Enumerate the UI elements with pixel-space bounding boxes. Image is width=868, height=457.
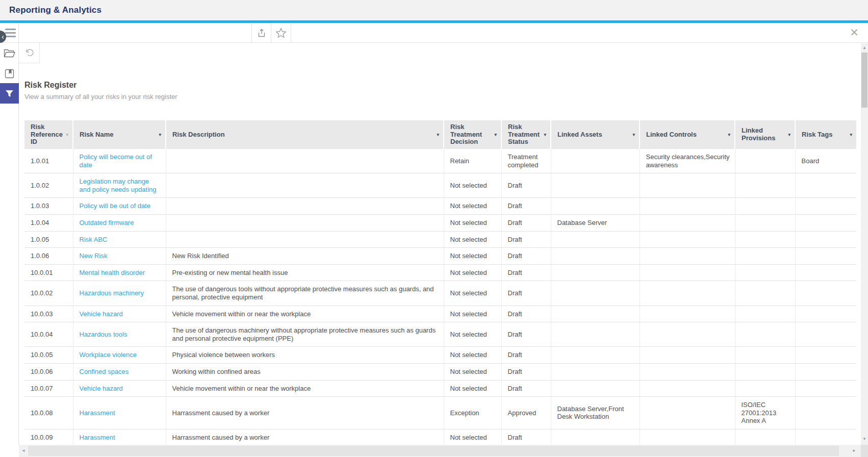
cell-provisions	[735, 198, 795, 215]
sidebar-item-filters-active[interactable]	[0, 83, 19, 104]
sort-caret-icon[interactable]: ▾	[788, 132, 790, 137]
risk-name-link[interactable]: Confined spaces	[80, 368, 129, 375]
cell-status: Draft	[501, 264, 551, 281]
risk-name-link[interactable]: Legislation may change and policy needs …	[80, 177, 157, 193]
cell-tags	[795, 281, 856, 306]
sort-caret-icon[interactable]: ▾	[66, 132, 68, 137]
table-row: 10.0.02Hazardous machineryThe use of dan…	[24, 281, 856, 306]
export-icon	[257, 28, 267, 38]
cell-tags	[795, 363, 856, 380]
cell-tags	[795, 173, 856, 198]
table-row: 10.0.01Mental health disorderPre-existin…	[24, 264, 856, 281]
favorite-button[interactable]	[271, 23, 291, 42]
cell-decision: Not selected	[444, 380, 501, 397]
column-label: Linked Assets	[557, 131, 630, 139]
cell-tags	[795, 347, 856, 364]
cell-controls	[640, 380, 735, 397]
column-header-controls[interactable]: Linked Controls▾	[640, 120, 735, 149]
close-icon: ✕	[850, 27, 859, 38]
cell-status: Draft	[501, 198, 551, 215]
sort-caret-icon[interactable]: ▾	[159, 132, 161, 137]
sort-caret-icon[interactable]: ▾	[437, 132, 439, 137]
chevron-left-icon: ‹	[2, 32, 4, 41]
column-header-ref[interactable]: Risk Reference ID▾	[24, 120, 73, 149]
scroll-right-arrow-icon[interactable]: ►	[851, 447, 858, 454]
cell-provisions	[735, 363, 795, 380]
sort-caret-icon[interactable]: ▾	[728, 132, 730, 137]
risk-name-link[interactable]: Mental health disorder	[80, 269, 145, 276]
scroll-down-arrow-icon[interactable]: ▼	[861, 436, 868, 443]
sort-caret-icon[interactable]: ▾	[632, 132, 635, 137]
table-row: 1.0.01Policy will become out of dateReta…	[24, 149, 856, 173]
horizontal-scrollbar[interactable]: ◄ ►	[19, 445, 861, 457]
cell-ref: 1.0.01	[24, 149, 73, 173]
cell-decision: Not selected	[444, 281, 501, 306]
undo-button[interactable]	[19, 43, 40, 63]
column-header-name[interactable]: Risk Name▾	[73, 120, 166, 149]
risk-name-link[interactable]: Hazardous machinery	[80, 289, 144, 297]
scroll-left-arrow-icon[interactable]: ◄	[20, 447, 27, 454]
cell-controls	[640, 397, 735, 429]
cell-name: Vehicle hazard	[73, 380, 166, 397]
cell-controls	[640, 306, 735, 322]
cell-assets	[551, 198, 640, 215]
sort-caret-icon[interactable]: ▾	[850, 132, 852, 137]
risk-name-link[interactable]: New Risk	[80, 252, 108, 260]
risk-name-link[interactable]: Policy will be out of date	[80, 202, 150, 210]
risk-name-link[interactable]: Outdated firmware	[80, 219, 134, 226]
cell-provisions	[735, 214, 795, 231]
column-label: Risk Name	[80, 131, 157, 139]
table-body: 1.0.01Policy will become out of dateReta…	[24, 149, 856, 445]
risk-name-link[interactable]: Risk ABC	[80, 236, 108, 243]
vertical-scrollbar[interactable]: ▲ ▼	[861, 43, 868, 445]
close-button[interactable]: ✕	[848, 26, 861, 39]
sidebar	[0, 23, 19, 445]
risk-name-link[interactable]: Workplace violence	[80, 351, 137, 359]
column-header-tags[interactable]: Risk Tags▾	[795, 120, 856, 149]
export-button[interactable]	[251, 23, 271, 42]
risk-name-link[interactable]: Harassment	[80, 434, 115, 441]
cell-desc: Harrassment caused by a worker	[166, 397, 444, 429]
risk-name-link[interactable]: Harassment	[80, 409, 115, 417]
column-label: Linked Controls	[646, 131, 726, 139]
cell-decision: Not selected	[444, 347, 501, 364]
cell-provisions	[735, 248, 795, 265]
cell-assets	[551, 380, 640, 397]
cell-desc	[166, 173, 444, 198]
risk-name-link[interactable]: Policy will become out of date	[80, 153, 152, 169]
top-bar: Reporting & Analytics	[0, 0, 868, 20]
cell-desc	[166, 198, 444, 215]
sidebar-item-bookmarks[interactable]	[0, 64, 19, 83]
cell-ref: 10.0.02	[24, 281, 73, 306]
risk-name-link[interactable]: Hazardous tools	[80, 331, 127, 338]
cell-status: Draft	[501, 173, 551, 198]
cell-provisions	[735, 322, 795, 347]
cell-name: Mental health disorder	[73, 264, 166, 281]
scroll-up-arrow-icon[interactable]: ▲	[861, 44, 868, 52]
risk-name-link[interactable]: Vehicle hazard	[80, 385, 123, 392]
column-header-decision[interactable]: Risk Treatment Decision▾	[444, 120, 501, 149]
cell-tags	[795, 380, 856, 397]
table-row: 10.0.09HarassmentHarrassment caused by a…	[24, 429, 856, 445]
column-header-assets[interactable]: Linked Assets▾	[551, 120, 640, 149]
horizontal-scrollbar-thumb[interactable]	[28, 446, 839, 456]
sidebar-item-reports[interactable]	[0, 43, 19, 64]
column-header-desc[interactable]: Risk Description▾	[166, 120, 444, 149]
undo-icon	[24, 48, 34, 57]
cell-status: Draft	[501, 231, 551, 248]
table-row: 10.0.04Hazardous toolsThe use of dangero…	[24, 322, 856, 347]
cell-status: Draft	[501, 322, 551, 347]
sort-caret-icon[interactable]: ▾	[544, 132, 546, 137]
risk-name-link[interactable]: Vehicle hazard	[80, 310, 123, 318]
cell-ref: 10.0.06	[24, 363, 73, 380]
sort-caret-icon[interactable]: ▾	[494, 132, 497, 137]
cell-provisions	[735, 264, 795, 281]
vertical-scrollbar-thumb[interactable]	[861, 53, 867, 108]
column-header-status[interactable]: Risk Treatment Status▾	[501, 120, 551, 149]
table-row: 1.0.05Risk ABCNot selectedDraft	[24, 231, 856, 248]
column-header-provisions[interactable]: Linked Provisions▾	[735, 120, 795, 149]
cell-ref: 10.0.03	[24, 306, 73, 322]
cell-ref: 1.0.02	[24, 173, 73, 198]
cell-decision: Not selected	[444, 198, 501, 215]
cell-name: Policy will be out of date	[73, 198, 166, 215]
